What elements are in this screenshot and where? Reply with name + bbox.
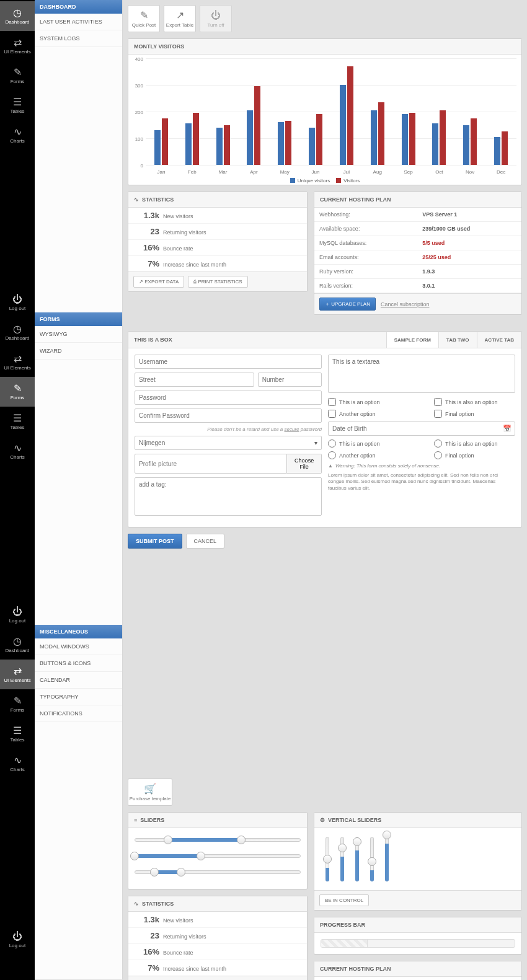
slider-handle[interactable] <box>237 836 246 844</box>
tag-input[interactable] <box>135 477 322 516</box>
chart-bar <box>278 122 284 165</box>
upgrade-plan-button[interactable]: ＋ UPGRADE PLAN <box>319 298 376 311</box>
print-stats-button[interactable]: ⎙ PRINT STATISTICS <box>188 276 247 288</box>
radio-option[interactable]: This is an option <box>328 439 409 448</box>
stats-title: ∿STATISTICS <box>128 896 307 912</box>
slider[interactable] <box>135 834 301 844</box>
number-input[interactable] <box>258 373 322 387</box>
stat-row: 1.3kNew visitors <box>128 208 307 224</box>
submit-button[interactable]: SUBMIT POST <box>128 534 182 549</box>
calendar-icon: 📅 <box>503 425 512 433</box>
chart-bar <box>463 125 469 166</box>
slider-handle[interactable] <box>150 868 159 876</box>
table-row: Rails version:3.0.1 <box>314 279 521 293</box>
chart-bar <box>502 131 508 165</box>
chart-bar <box>347 66 353 165</box>
checkbox-option[interactable]: This is an option <box>328 398 409 406</box>
slider-handle[interactable] <box>338 844 347 852</box>
sidebar-item[interactable]: NOTIFICATIONS <box>35 705 122 722</box>
slider-handle[interactable] <box>197 852 205 860</box>
vertical-slider[interactable] <box>383 837 391 881</box>
vertical-slider[interactable] <box>323 837 332 881</box>
vertical-slider[interactable] <box>338 837 347 881</box>
radio-option[interactable]: Final option <box>434 451 515 459</box>
stat-row: 23Returning visitors <box>128 224 307 240</box>
street-input[interactable] <box>135 373 254 387</box>
tab-two[interactable]: TAB TWO <box>438 332 477 348</box>
plus-icon: ＋ <box>325 301 330 307</box>
hosting-title: CURRENT HOSTING PLAN <box>314 961 521 977</box>
share-icon: ↗ <box>139 279 143 285</box>
box-title: THIS IS A BOX <box>128 332 386 348</box>
chart-xlabel: Jan <box>146 169 177 175</box>
chart-bar <box>254 86 260 165</box>
slider-handle[interactable] <box>130 852 139 860</box>
purchase-template-button[interactable]: 🛒Purchase template <box>128 779 172 806</box>
city-select[interactable]: Nijmegen▾ <box>135 436 322 450</box>
sliders-icon: ≡ <box>134 817 137 823</box>
chart-xlabel: Dec <box>485 169 516 175</box>
sidebar-item[interactable]: SYSTEM LOGS <box>35 30 122 47</box>
chart-bar <box>247 110 253 165</box>
slider[interactable] <box>135 850 301 860</box>
choose-file-button[interactable]: Choose File <box>287 454 322 474</box>
username-input[interactable] <box>135 355 322 369</box>
radio-option[interactable]: Another option <box>328 451 409 459</box>
chart-bar <box>340 85 346 165</box>
stat-row: 16%Bounce rate <box>128 240 307 256</box>
checkbox-option[interactable]: This is also an option <box>434 398 515 406</box>
sidebar-item[interactable]: BUTTONS & ICONS <box>35 655 122 672</box>
chart-bar <box>224 125 230 166</box>
stat-row: 1.3kNew visitors <box>128 912 307 928</box>
chart-bar <box>432 123 438 165</box>
checkbox-option[interactable]: Final option <box>434 410 515 418</box>
stats-title: ∿STATISTICS <box>128 192 307 208</box>
cancel-subscription-link[interactable]: Cancel subscription <box>381 301 430 307</box>
chart-bar <box>494 137 500 165</box>
chart-xlabel: Sep <box>393 169 424 175</box>
slider-handle[interactable] <box>353 837 361 846</box>
slider-handle[interactable] <box>383 831 391 839</box>
cart-icon: 🛒 <box>144 783 156 795</box>
table-row: Webhosting:VPS Server 1 <box>314 208 521 222</box>
checkbox-option[interactable]: Another option <box>328 410 409 418</box>
chart-bar <box>162 118 168 165</box>
quick-post-button[interactable]: ✎Quick Post <box>128 5 160 32</box>
sidebar-header: MISCELLANEOUS <box>35 625 122 638</box>
export-data-button[interactable]: ↗ EXPORT DATA <box>133 276 184 288</box>
slider-handle[interactable] <box>368 857 376 866</box>
hosting-title: CURRENT HOSTING PLAN <box>314 192 521 208</box>
gear-icon: ⚙ <box>320 817 325 823</box>
sidebar-item[interactable]: WYSIWYG <box>35 326 122 343</box>
cancel-button[interactable]: CANCEL <box>186 534 225 549</box>
vertical-slider[interactable] <box>368 837 376 881</box>
textarea-input[interactable]: This is a textarea <box>328 355 515 393</box>
password-input[interactable] <box>135 391 322 405</box>
chart-bar <box>371 110 377 165</box>
confirm-password-input[interactable] <box>135 408 322 423</box>
tab-sample-form[interactable]: SAMPLE FORM <box>386 332 438 348</box>
slider-handle[interactable] <box>164 836 172 844</box>
form-warning: ▲Warning: This form consists solely of n… <box>328 463 515 469</box>
sidebar-item[interactable]: LAST USER ACTIVITIES <box>35 14 122 30</box>
be-in-control-button[interactable]: BE IN CONTROL <box>319 894 369 906</box>
radio-option[interactable]: This is also an option <box>434 439 515 448</box>
sliders-title: ≡SLIDERS <box>128 813 307 828</box>
slider-handle[interactable] <box>177 868 185 876</box>
table-row: Ruby version:1.9.3 <box>314 265 521 279</box>
power-icon: ⏻ <box>211 10 221 21</box>
tab-active[interactable]: ACTIVE TAB <box>477 332 521 348</box>
slider-handle[interactable] <box>323 855 332 863</box>
dob-input[interactable] <box>328 422 515 436</box>
chart-xlabel: Feb <box>177 169 208 175</box>
export-table-button[interactable]: ↗Export Table <box>164 5 196 32</box>
sidebar-item[interactable]: CALENDAR <box>35 672 122 689</box>
sidebar-item[interactable]: WIZARD <box>35 343 122 360</box>
sidebar-item[interactable]: MODAL WINDOWS <box>35 638 122 655</box>
profile-picture-input[interactable] <box>135 454 287 474</box>
edit-icon: ✎ <box>140 9 148 21</box>
turn-off-button[interactable]: ⏻Turn off <box>200 5 232 32</box>
slider[interactable] <box>135 867 301 876</box>
sidebar-item[interactable]: TYPOGRAPHY <box>35 689 122 705</box>
vertical-slider[interactable] <box>353 837 361 881</box>
